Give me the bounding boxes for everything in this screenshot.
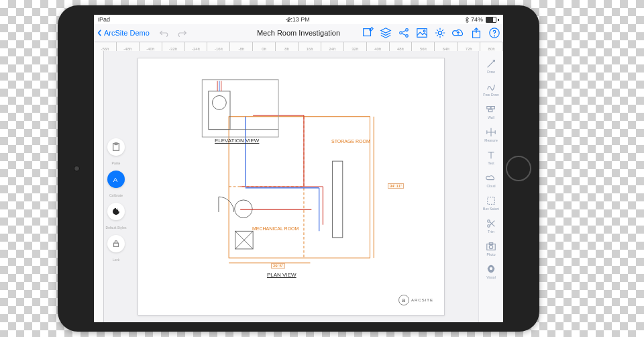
svg-rect-15	[114, 243, 119, 246]
layers-icon[interactable]	[380, 27, 392, 39]
back-label: ArcSite Demo	[104, 29, 150, 37]
app-toolbar: ArcSite Demo Mech Room Investigation	[94, 24, 503, 42]
right-toolbar: Draw Free Draw Wall Measure Text Cloud B…	[478, 51, 503, 322]
svg-point-36	[489, 245, 492, 248]
status-time: 2:13 PM	[287, 16, 310, 23]
undo-icon[interactable]	[159, 28, 170, 38]
status-device: iPad	[98, 16, 110, 23]
svg-point-4	[406, 35, 409, 38]
brand-logo: a ARCSITE	[398, 295, 433, 305]
share-nodes-icon[interactable]	[398, 27, 410, 39]
help-icon[interactable]	[488, 27, 500, 39]
settings-icon[interactable]	[434, 27, 446, 39]
calibrate-button[interactable]: A	[107, 171, 125, 188]
cloud-upload-icon[interactable]	[452, 27, 464, 39]
mech-room-label: MECHANICAL ROOM	[252, 226, 299, 231]
home-button[interactable]	[506, 156, 531, 181]
measure-tool[interactable]: Measure	[481, 124, 501, 145]
drawing-sheet: ELEVATION VIEW PLAN VIEW STORAGE ROOM ME…	[138, 58, 445, 316]
svg-point-25	[212, 95, 226, 109]
bluetooth-icon	[465, 17, 469, 23]
text-tool[interactable]: Text	[481, 146, 501, 168]
logo-mark-icon: a	[398, 295, 409, 305]
photo-tool[interactable]: Photo	[481, 238, 501, 259]
toolbar-actions	[362, 27, 500, 39]
image-icon[interactable]	[416, 27, 428, 39]
svg-rect-5	[417, 29, 427, 38]
back-button[interactable]: ArcSite Demo	[97, 29, 150, 37]
svg-rect-23	[202, 80, 278, 137]
svg-rect-32	[488, 197, 495, 204]
export-icon[interactable]	[470, 27, 482, 39]
svg-point-33	[488, 224, 490, 227]
svg-rect-31	[488, 109, 492, 112]
edit-icon[interactable]	[362, 27, 374, 39]
storage-room-label: STORAGE ROOM	[331, 139, 370, 144]
workspace: Paste A Calibrate Default Styles Lock	[94, 51, 503, 322]
dim-right: 34' 11"	[388, 183, 404, 189]
canvas[interactable]: Paste A Calibrate Default Styles Lock	[104, 51, 478, 322]
ipad-frame: iPad 2:13 PM 74% ArcSite Demo Mech Room …	[58, 5, 539, 332]
redo-icon[interactable]	[176, 28, 187, 38]
svg-rect-29	[487, 106, 490, 109]
plan-view-label: PLAN VIEW	[267, 272, 297, 278]
box-select-tool[interactable]: Box Select	[481, 192, 501, 213]
brand-text: ARCSITE	[411, 298, 433, 302]
drawing-content: ELEVATION VIEW PLAN VIEW STORAGE ROOM ME…	[145, 65, 437, 308]
chevron-left-icon	[97, 29, 103, 37]
trim-tool[interactable]: Trim	[481, 215, 501, 236]
camera-dot	[74, 166, 80, 172]
lock-button[interactable]	[107, 235, 125, 252]
ipad-screen: iPad 2:13 PM 74% ArcSite Demo Mech Room …	[94, 15, 503, 322]
svg-rect-30	[491, 106, 494, 109]
ruler-vertical	[94, 51, 104, 322]
status-bar: iPad 2:13 PM 74%	[94, 15, 503, 24]
svg-point-3	[406, 29, 409, 32]
cloud-tool[interactable]: Cloud	[481, 169, 501, 191]
free-draw-tool[interactable]: Free Draw	[481, 78, 501, 99]
paste-button[interactable]	[107, 138, 125, 156]
svg-rect-21	[333, 161, 343, 238]
status-battery-text: 74%	[471, 16, 483, 23]
svg-point-7	[438, 31, 441, 34]
svg-text:A: A	[113, 176, 118, 183]
svg-point-10	[494, 36, 495, 36]
visual-tool[interactable]: Visual	[481, 260, 501, 282]
default-styles-button[interactable]	[107, 203, 125, 220]
undo-redo-group	[159, 28, 187, 38]
document-title: Mech Room Investigation	[257, 29, 340, 37]
svg-point-19	[235, 200, 253, 218]
svg-point-2	[400, 32, 402, 34]
svg-point-6	[423, 30, 425, 32]
wall-tool[interactable]: Wall	[481, 101, 501, 122]
battery-icon	[486, 17, 496, 23]
svg-rect-24	[209, 91, 230, 130]
svg-point-34	[488, 220, 490, 222]
dim-bottom: 29' 5"	[271, 263, 285, 269]
left-palette: Paste A Calibrate Default Styles Lock	[104, 138, 128, 262]
svg-point-38	[490, 267, 492, 269]
elevation-view-label: ELEVATION VIEW	[215, 138, 259, 144]
draw-tool[interactable]: Draw	[481, 55, 501, 77]
